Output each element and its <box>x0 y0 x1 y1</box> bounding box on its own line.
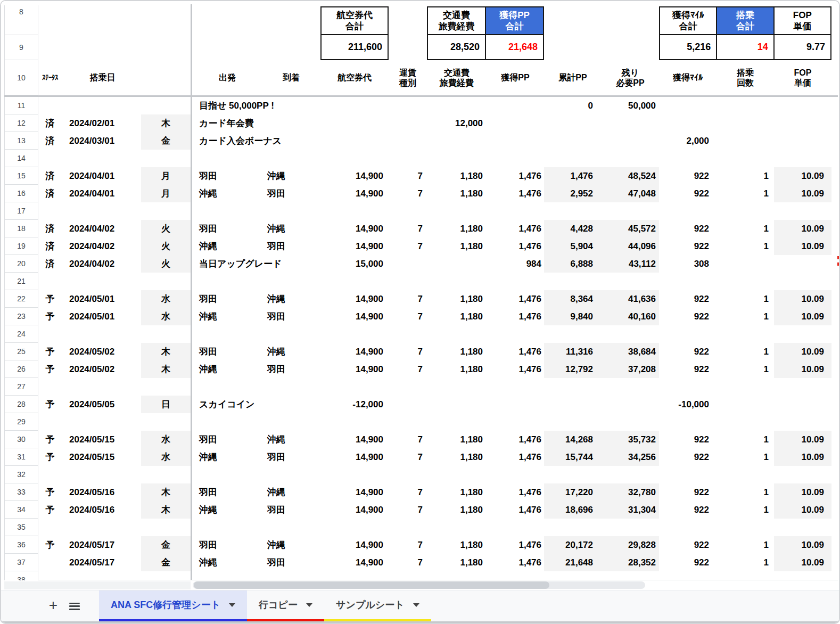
cell-r34-fop[interactable]: 10.09 <box>774 501 831 519</box>
cell-r36-tr[interactable]: 1,180 <box>427 536 487 554</box>
row-header[interactable]: 14 <box>4 150 38 167</box>
cell-r30-rem[interactable]: 35,732 <box>602 431 659 448</box>
cell-r25-day[interactable]: 木 <box>141 343 191 360</box>
cell-r22-arr[interactable]: 沖縄 <box>262 290 320 308</box>
column-header-fare-type[interactable]: 運賃 種別 <box>389 60 427 95</box>
summary-fop-unit-label[interactable]: FOP 単価 <box>775 7 830 34</box>
cell-r31-cum[interactable]: 15,744 <box>544 448 602 466</box>
cell-r34-arr[interactable]: 羽田 <box>262 501 320 519</box>
cell-r19-cum[interactable]: 5,904 <box>544 237 602 255</box>
cell-r15-rem[interactable]: 48,524 <box>602 167 659 185</box>
cell-r31-date[interactable]: 2024/05/15 <box>64 448 141 466</box>
cell-r34-cum[interactable]: 18,696 <box>544 501 602 519</box>
cell-r16-cum[interactable]: 2,952 <box>544 185 602 202</box>
cell-r15-ct[interactable]: 1 <box>717 167 774 185</box>
column-header-remaining[interactable]: 残り 必要PP <box>602 60 659 95</box>
cell-r34-dep[interactable]: 沖縄 <box>193 501 262 519</box>
cell-r20-mi[interactable]: 308 <box>659 255 717 273</box>
cell-r37-pp[interactable]: 1,476 <box>487 554 544 571</box>
cell-r13-mi[interactable]: 2,000 <box>659 132 717 150</box>
cell-r33-cum[interactable]: 17,220 <box>544 483 602 501</box>
cell-r31-status[interactable]: 予 <box>36 448 64 466</box>
horizontal-scrollbar-thumb[interactable] <box>194 581 549 589</box>
cell-r37-mi[interactable]: 922 <box>659 554 717 571</box>
cell-r19-status[interactable]: 済 <box>36 237 64 255</box>
cell-r34-date[interactable]: 2024/05/16 <box>64 501 141 519</box>
cell-r15-cum[interactable]: 1,476 <box>544 167 602 185</box>
row-header[interactable]: 32 <box>4 466 38 483</box>
all-sheets-button[interactable] <box>64 590 85 622</box>
column-header-count[interactable]: 搭乗 回数 <box>717 60 774 95</box>
column-header-miles[interactable]: 獲得ﾏｲﾙ <box>659 60 717 95</box>
cell-r33-date[interactable]: 2024/05/16 <box>64 483 141 501</box>
cell-r19-date[interactable]: 2024/04/02 <box>64 237 141 255</box>
cell-r16-ct[interactable]: 1 <box>717 185 774 202</box>
cell-r23-status[interactable]: 予 <box>36 308 64 325</box>
cell-r30-day[interactable]: 水 <box>141 431 191 448</box>
cell-r20-status[interactable]: 済 <box>36 255 64 273</box>
cell-r23-dep[interactable]: 沖縄 <box>193 308 262 325</box>
row-header[interactable]: 20 <box>4 255 38 273</box>
cell-r16-dep[interactable]: 沖縄 <box>193 185 262 202</box>
cell-r11-label[interactable]: 目指せ 50,000PP ! <box>193 97 385 114</box>
cell-r28-mi[interactable]: -10,000 <box>659 396 717 413</box>
cell-r18-cum[interactable]: 4,428 <box>544 220 602 237</box>
cell-r30-pp[interactable]: 1,476 <box>487 431 544 448</box>
cell-r19-ct[interactable]: 1 <box>717 237 774 255</box>
cell-r16-rem[interactable]: 47,048 <box>602 185 659 202</box>
cell-r30-cum[interactable]: 14,268 <box>544 431 602 448</box>
cell-r15-status[interactable]: 済 <box>36 167 64 185</box>
column-header-status[interactable]: ｽﾃｰﾀｽ <box>36 60 64 95</box>
cell-r26-tr[interactable]: 1,180 <box>427 360 487 378</box>
cell-r30-date[interactable]: 2024/05/15 <box>64 431 141 448</box>
cell-r23-cum[interactable]: 9,840 <box>544 308 602 325</box>
cell-r11-cum[interactable]: 0 <box>544 97 602 114</box>
cell-r28-status[interactable]: 予 <box>36 396 64 413</box>
cell-r20-date[interactable]: 2024/04/02 <box>64 255 141 273</box>
cell-r20-cum[interactable]: 6,888 <box>544 255 602 273</box>
cell-r16-status[interactable]: 済 <box>36 185 64 202</box>
cell-r19-mi[interactable]: 922 <box>659 237 717 255</box>
cell-r37-ct[interactable]: 1 <box>717 554 774 571</box>
cell-r18-mi[interactable]: 922 <box>659 220 717 237</box>
cell-r23-rem[interactable]: 40,160 <box>602 308 659 325</box>
cell-r22-mi[interactable]: 922 <box>659 290 717 308</box>
cell-r37-fop[interactable]: 10.09 <box>774 554 831 571</box>
summary-fare-total-label[interactable]: 航空券代 合計 <box>322 7 388 34</box>
cell-r19-dep[interactable]: 沖縄 <box>193 237 262 255</box>
column-header-pp[interactable]: 獲得PP <box>487 60 544 95</box>
column-header-transport[interactable]: 交通費 旅費経費 <box>427 60 487 95</box>
cell-r36-arr[interactable]: 沖縄 <box>262 536 320 554</box>
row-header[interactable]: 29 <box>4 413 38 431</box>
column-header-cum-pp[interactable]: 累計PP <box>544 60 602 95</box>
sheet-tab-3[interactable]: サンプルシート <box>324 590 431 622</box>
cell-r25-fare[interactable]: 14,900 <box>320 343 389 360</box>
sheet-tab-1-active[interactable]: ANA SFC修行管理シート <box>99 590 247 622</box>
cell-r34-rem[interactable]: 31,304 <box>602 501 659 519</box>
cell-r23-arr[interactable]: 羽田 <box>262 308 320 325</box>
cell-r23-day[interactable]: 水 <box>141 308 191 325</box>
cell-r36-fop[interactable]: 10.09 <box>774 536 831 554</box>
cell-r23-date[interactable]: 2024/05/01 <box>64 308 141 325</box>
cell-r26-fop[interactable]: 10.09 <box>774 360 831 378</box>
cell-r34-ct[interactable]: 1 <box>717 501 774 519</box>
cell-r33-pp[interactable]: 1,476 <box>487 483 544 501</box>
cell-r20-fare[interactable]: 15,000 <box>320 255 389 273</box>
cell-r18-status[interactable]: 済 <box>36 220 64 237</box>
cell-r18-arr[interactable]: 沖縄 <box>262 220 320 237</box>
row-header[interactable]: 9 <box>4 35 38 60</box>
cell-r16-date[interactable]: 2024/04/01 <box>64 185 141 202</box>
cell-r25-arr[interactable]: 沖縄 <box>262 343 320 360</box>
summary-transport-value[interactable]: 28,520 <box>428 35 485 59</box>
row-header[interactable]: 33 <box>4 483 38 501</box>
cell-r16-arr[interactable]: 羽田 <box>262 185 320 202</box>
summary-pp-total-label[interactable]: 獲得PP 合計 <box>486 7 543 34</box>
cell-r25-mi[interactable]: 922 <box>659 343 717 360</box>
cell-r25-dep[interactable]: 羽田 <box>193 343 262 360</box>
cell-r36-dep[interactable]: 羽田 <box>193 536 262 554</box>
cell-r22-fop[interactable]: 10.09 <box>774 290 831 308</box>
summary-fare-total-value[interactable]: 211,600 <box>322 35 388 59</box>
cell-r18-ft[interactable]: 7 <box>389 220 427 237</box>
cell-r34-day[interactable]: 木 <box>141 501 191 519</box>
cell-r16-mi[interactable]: 922 <box>659 185 717 202</box>
